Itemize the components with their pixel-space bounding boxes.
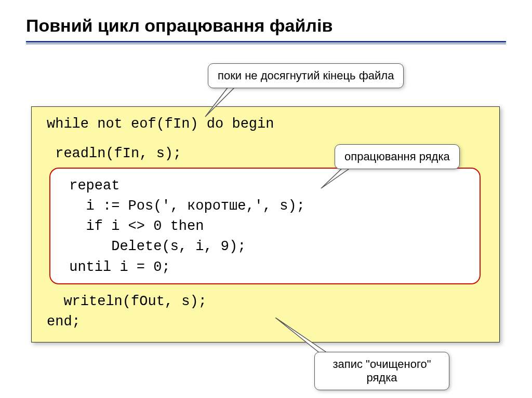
- code-line-repeat: repeat: [61, 176, 469, 196]
- callout-processing: опрацювання рядка: [335, 144, 460, 169]
- inner-code-box: repeat i := Pos(', коротше,', s); if i <…: [49, 168, 481, 284]
- callout-write: запис "очищеного" рядка: [314, 352, 449, 390]
- slide-title: Повний цикл опрацювання файлів: [26, 16, 506, 39]
- callout-eof-tail: [203, 83, 244, 119]
- callout-eof: поки не досягнутий кінець файла: [208, 63, 404, 88]
- code-top-block: while not eof(fIn) do begin readln(fIn, …: [47, 114, 274, 164]
- callout-write-tail: [275, 318, 332, 356]
- code-line-until: until i = 0;: [61, 257, 469, 278]
- title-underline-thick: [26, 41, 506, 43]
- code-line-pos: i := Pos(', коротше,', s);: [61, 196, 469, 216]
- code-line-delete: Delete(s, i, 9);: [61, 237, 469, 257]
- code-line-readln: readln(fIn, s);: [47, 144, 274, 164]
- code-line-if: if i <> 0 then: [61, 216, 469, 237]
- code-bottom-block: writeln(fOut, s); end;: [47, 292, 207, 332]
- code-line-writeln: writeln(fOut, s);: [47, 292, 207, 312]
- code-line-end: end;: [47, 312, 207, 332]
- svg-marker-2: [275, 318, 327, 355]
- title-underline-thin: [26, 44, 506, 44]
- slide-header: Повний цикл опрацювання файлів: [0, 0, 532, 49]
- code-spacer: [47, 134, 274, 144]
